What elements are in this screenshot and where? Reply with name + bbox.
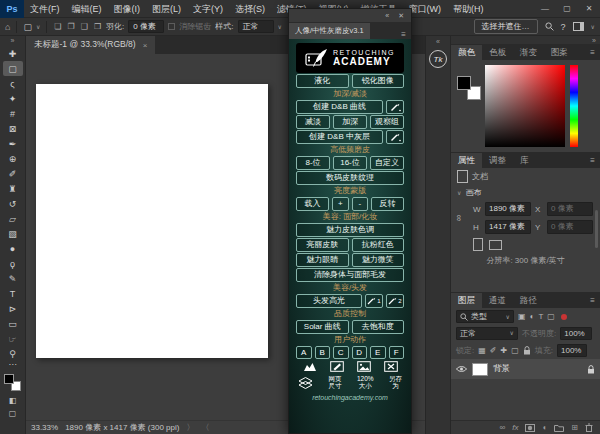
chevron-down-icon[interactable]: ∨	[278, 23, 282, 30]
foreground-color-swatch[interactable]	[4, 374, 14, 384]
adjustment-layer-icon[interactable]: ◐	[542, 423, 547, 432]
solar-curve-button[interactable]: Solar 曲线	[296, 320, 349, 334]
image-action-button[interactable]	[357, 361, 371, 372]
user-action-f-button[interactable]: F	[389, 346, 405, 359]
menu-select[interactable]: 选择(S)	[229, 0, 271, 18]
status-arrow-left[interactable]: 〈	[201, 422, 209, 433]
shape-tool[interactable]: ▭	[3, 316, 23, 331]
background-layer-row[interactable]: 背景	[451, 359, 600, 379]
landscape-orientation-button[interactable]	[489, 240, 502, 250]
tab-adjustments[interactable]: 调整	[482, 153, 513, 168]
plugin-tab[interactable]: 人像/中性灰磨皮v3.1	[289, 23, 370, 39]
lock-transparent-icon[interactable]: ▦	[478, 346, 486, 355]
tab-color[interactable]: 颜色	[451, 45, 482, 60]
web-size-button[interactable]: 网页 尺寸	[328, 376, 341, 390]
panel-menu-icon[interactable]: ≡	[585, 45, 600, 60]
menu-file[interactable]: 文件(F)	[24, 0, 66, 18]
height-input[interactable]: 1417 像素	[485, 220, 531, 234]
user-action-e-button[interactable]: E	[370, 346, 386, 359]
add-mask-icon[interactable]	[525, 424, 535, 432]
lock-position-icon[interactable]: ✚	[501, 346, 508, 355]
frame-tool[interactable]: ⊠	[3, 121, 23, 136]
user-action-d-button[interactable]: D	[352, 346, 368, 359]
gradient-tool[interactable]: ▧	[3, 226, 23, 241]
active-tool-icon[interactable]: ▢	[23, 22, 32, 32]
new-group-folder-icon[interactable]	[554, 424, 564, 432]
create-db-curves-button[interactable]: 创建 D&B 曲线	[296, 100, 383, 114]
opacity-input[interactable]: 100%	[560, 327, 592, 340]
y-input[interactable]: 0 像素	[547, 220, 593, 234]
lock-artboard-icon[interactable]: ▢	[511, 346, 519, 355]
create-db-gray-button[interactable]: 创建 D&B 中灰层	[296, 130, 383, 144]
tab-layers[interactable]: 图层	[451, 293, 482, 308]
freq-8bit-button[interactable]: 8-位	[296, 156, 330, 170]
burn-button[interactable]: 加深	[333, 115, 367, 129]
subtract-selection-mode-button[interactable]: ❑	[80, 22, 89, 31]
foreground-background-swatches[interactable]	[4, 374, 21, 391]
save-as-button[interactable]: 另存 为	[389, 376, 402, 390]
new-layer-icon[interactable]: ⊞	[571, 423, 578, 432]
liquify-button[interactable]: 液化	[296, 74, 349, 88]
flatten-layers-button[interactable]	[298, 377, 313, 389]
lum-plus-button[interactable]: +	[332, 197, 348, 211]
close-button[interactable]: ✕	[578, 0, 600, 18]
tab-properties[interactable]: 属性	[451, 153, 482, 168]
path-selection-tool[interactable]: ⊳	[3, 301, 23, 316]
user-action-b-button[interactable]: B	[315, 346, 331, 359]
export-image-action-button[interactable]	[384, 361, 398, 372]
search-icon[interactable]	[545, 22, 554, 31]
delete-layer-trash-icon[interactable]	[585, 423, 593, 432]
status-arrow-right[interactable]: 〉	[186, 422, 194, 433]
sharpen-image-button[interactable]: 锐化图像	[352, 74, 405, 88]
menu-image[interactable]: 图像(I)	[108, 0, 147, 18]
saturation-brightness-field[interactable]	[485, 65, 565, 147]
help-icon[interactable]: ?	[561, 22, 566, 32]
tab-patterns[interactable]: 图案	[544, 45, 575, 60]
menu-type[interactable]: 文字(Y)	[187, 0, 229, 18]
color-panel-swatches[interactable]	[457, 76, 481, 100]
clone-stamp-tool[interactable]: ♜	[3, 181, 23, 196]
antialias-checkbox[interactable]	[168, 23, 175, 30]
freq-custom-button[interactable]: 自定义	[370, 156, 404, 170]
blur-tool[interactable]: ●	[3, 241, 23, 256]
bright-skin-button[interactable]: 亮丽皮肤	[296, 238, 349, 252]
hair-brush-1-button[interactable]: 1	[365, 294, 383, 308]
edit-toolbar-icon[interactable]: ⋯	[9, 361, 17, 371]
tab-paths[interactable]: 路径	[513, 293, 544, 308]
width-input[interactable]: 1890 像素	[485, 202, 531, 216]
filter-pixel-layers-icon[interactable]: ▣	[518, 312, 526, 321]
brush-tool[interactable]: ✐	[3, 166, 23, 181]
chevron-down-icon[interactable]: ∨	[36, 23, 40, 30]
fill-input[interactable]: 100%	[557, 344, 587, 357]
chevron-down-icon[interactable]: ∨	[591, 23, 595, 30]
menu-layer[interactable]: 图层(L)	[146, 0, 187, 18]
desaturate-button[interactable]: 去饱和度	[352, 320, 405, 334]
link-layers-icon[interactable]: ∞	[500, 423, 506, 432]
tab-libraries[interactable]: 库	[513, 153, 536, 168]
pen-tool[interactable]: ✎	[3, 271, 23, 286]
foreground-color-swatch[interactable]	[457, 76, 471, 90]
glamour-smile-button[interactable]: 魅力微笑	[352, 253, 405, 267]
panel-close-icon[interactable]: ✕	[398, 12, 404, 20]
lum-load-button[interactable]: 载入	[296, 197, 329, 211]
dodge-button[interactable]: 减淡	[296, 115, 330, 129]
panel-menu-icon[interactable]: ≡	[585, 293, 600, 308]
add-selection-mode-button[interactable]: ❐	[67, 22, 76, 31]
skin-tone-button[interactable]: 魅力皮肤色调	[296, 223, 404, 237]
rectangular-marquee-tool[interactable]: ▢	[3, 61, 23, 76]
tab-gradients[interactable]: 渐变	[513, 45, 544, 60]
type-tool[interactable]: T	[3, 286, 23, 301]
workspace-icon[interactable]	[573, 22, 584, 31]
filter-shape-layers-icon[interactable]: ▢	[547, 312, 555, 321]
quick-selection-tool[interactable]: ✦	[3, 91, 23, 106]
history-brush-tool[interactable]: ↺	[3, 196, 23, 211]
menu-edit[interactable]: 编辑(E)	[66, 0, 108, 18]
eyedropper-tool[interactable]: ✒	[3, 136, 23, 151]
layer-lock-icon[interactable]	[587, 365, 595, 374]
user-action-c-button[interactable]: C	[333, 346, 349, 359]
feather-input[interactable]: 0 像素	[128, 20, 164, 33]
lasso-tool[interactable]: ς	[3, 76, 23, 91]
minimize-button[interactable]: —	[534, 0, 556, 18]
freq-16bit-button[interactable]: 16-位	[333, 156, 367, 170]
quick-mask-button[interactable]: ◧	[3, 394, 23, 407]
